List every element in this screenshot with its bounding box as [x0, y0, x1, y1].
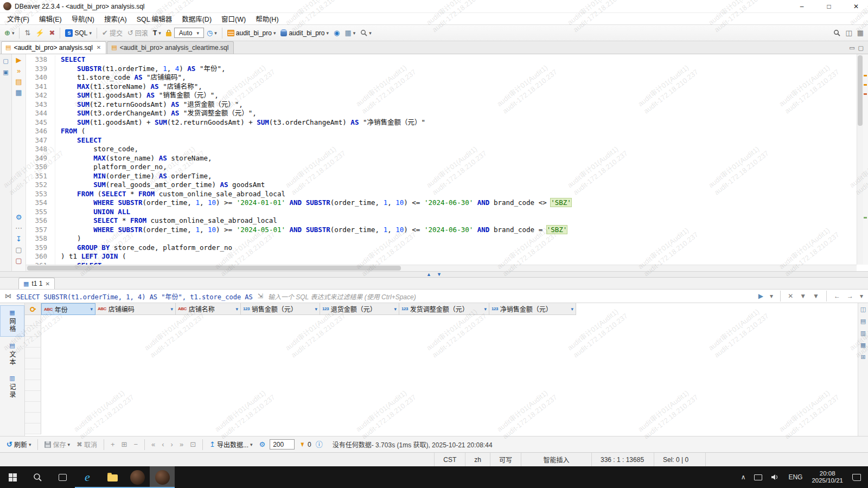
row-header[interactable] [25, 315, 41, 326]
menu-item[interactable]: 文件(F) [2, 12, 34, 25]
insert-mode-indicator[interactable]: 智能插入 [521, 453, 591, 466]
next-row-button[interactable]: › [169, 440, 175, 449]
row-header[interactable] [25, 402, 41, 413]
delete-row-button[interactable]: − [131, 440, 140, 449]
explain-plan-icon[interactable]: ▦ [15, 89, 22, 96]
quick-search-button[interactable] [831, 28, 843, 38]
file-explorer-button[interactable] [100, 466, 125, 488]
close-icon[interactable]: ✕ [45, 281, 49, 287]
export-data-button[interactable]: ↥ 导出数据... ▾ [207, 439, 254, 450]
refresh-button[interactable]: ↺ 刷新 ▾ [4, 439, 33, 450]
write-mode-indicator[interactable]: 可写 [490, 453, 521, 466]
internet-explorer-button[interactable]: e [75, 466, 100, 488]
column-sort-icon[interactable]: ▾ [484, 306, 487, 312]
prev-row-button[interactable]: ‹ [159, 440, 166, 449]
projects-restore-icon[interactable]: ▣ [3, 69, 8, 76]
close-button[interactable]: ✕ [844, 0, 868, 13]
row-header[interactable] [25, 391, 41, 402]
editor-results-splitter[interactable]: ▲ ▼ [0, 271, 868, 278]
cancel-button[interactable]: ✖ 取消 [74, 439, 99, 450]
reconnect-button[interactable]: ⚡ [33, 28, 46, 38]
column-sort-icon[interactable]: ▾ [571, 306, 573, 312]
column-sort-icon[interactable]: ▾ [394, 306, 397, 312]
schema-context-button[interactable]: ◉ [331, 28, 342, 38]
row-header[interactable] [25, 337, 41, 348]
result-grid[interactable]: ABC年份▾ABC店铺编码▾ABC店铺名称▾123销售金额（元）▾123退货金额… [25, 303, 858, 436]
column-header[interactable]: 123退货金额（元）▾ [320, 303, 399, 315]
hidden-icons-chevron[interactable]: ∧ [737, 466, 750, 488]
row-header[interactable] [25, 348, 41, 358]
disconnect-button[interactable]: ✖ [47, 28, 58, 38]
connection-combo[interactable]: audit_bi_pro ▾ [225, 28, 278, 38]
editor-horizontal-scrollbar[interactable] [26, 265, 857, 271]
fetch-size-input[interactable]: 200 [270, 439, 295, 450]
column-header[interactable]: ABC店铺编码▾ [95, 303, 176, 315]
caret-position-indicator[interactable]: 336 : 1 : 13685 [591, 453, 654, 466]
menu-item[interactable]: SQL 编辑器 [132, 12, 177, 25]
column-header[interactable]: 123发货调整金额（元）▾ [399, 303, 489, 315]
language-indicator[interactable]: zh [465, 453, 490, 466]
calc-panel-icon[interactable]: ▥ [860, 330, 866, 337]
grid-empty-area[interactable] [41, 315, 858, 434]
scrollbar-thumb[interactable] [27, 266, 401, 271]
filter-count-button[interactable]: ▼ 0 [297, 440, 314, 450]
scrollbar-thumb[interactable] [858, 55, 863, 126]
taskbar-search-button[interactable] [25, 466, 50, 488]
column-sort-icon[interactable]: ▾ [315, 306, 317, 312]
last-row-button[interactable]: » [177, 440, 186, 449]
database-combo[interactable]: audit_bi_pro ▾ [278, 28, 331, 38]
menu-item[interactable]: 窗口(W) [216, 12, 251, 25]
menu-item[interactable]: 帮助(H) [251, 12, 283, 25]
menu-item[interactable]: 数据库(D) [177, 12, 216, 25]
column-header[interactable]: 123销售金额（元）▾ [241, 303, 320, 315]
column-sort-icon[interactable]: ▾ [90, 306, 93, 312]
editor-vertical-scrollbar[interactable] [857, 54, 863, 265]
input-language-button[interactable]: ENG [784, 466, 806, 488]
open-perspective-button[interactable]: ◫ [843, 28, 854, 38]
history-back-icon[interactable]: ← [832, 292, 842, 300]
app-button-2[interactable] [150, 466, 175, 488]
grid-corner-cell[interactable] [25, 303, 41, 315]
save-button[interactable]: 保存 ▾ [42, 439, 72, 450]
column-header[interactable]: 123净销售金额（元）▾ [489, 303, 576, 315]
dashboard-button[interactable]: ▦ ▾ [342, 28, 358, 38]
apply-filter-icon[interactable]: ▶ [757, 292, 765, 300]
start-button[interactable] [0, 466, 25, 488]
focus-row-button[interactable]: ⊡ [188, 440, 198, 449]
execute-script-icon[interactable]: » [17, 67, 21, 74]
close-icon[interactable]: ✕ [97, 44, 101, 50]
value-viewer-panel-icon[interactable]: ▤ [860, 318, 866, 325]
column-sort-icon[interactable]: ▾ [235, 306, 238, 312]
script-doc2-icon[interactable]: ▢ [15, 257, 22, 264]
menu-item[interactable]: 导航(N) [67, 12, 99, 25]
minimize-view-button[interactable]: ▦ [855, 28, 866, 38]
row-header[interactable] [25, 423, 41, 434]
new-sql-editor-button[interactable]: S SQL ▾ [63, 28, 94, 38]
expand-filter-icon[interactable]: ⇲ [256, 292, 265, 300]
metadata-panel-icon[interactable]: ▦ [860, 342, 866, 349]
references-panel-icon[interactable]: ⊞ [860, 354, 865, 361]
sql-editor[interactable]: 338SELECT339 SUBSTR(t1.orderTime, 1, 4) … [26, 54, 868, 271]
rollback-button[interactable]: ↺ 回滚 [125, 27, 150, 39]
results-tab-t1[interactable]: ▦ t1 1 ✕ [18, 278, 55, 289]
duplicate-row-button[interactable]: ⊞ [119, 440, 130, 449]
data-search-button[interactable]: ▾ [358, 28, 374, 38]
commit-mode-combo[interactable]: Auto ▾ [174, 28, 204, 38]
taskbar-clock[interactable]: 20:08 2025/10/21 [807, 470, 847, 484]
editor-tab-analysis-cleartime[interactable]: ▤ <audit_bi_pro> analysis_cleartime.sql [107, 41, 234, 54]
notification-center-button[interactable] [848, 466, 865, 488]
column-header[interactable]: ABC店铺名称▾ [176, 303, 241, 315]
more-actions-icon[interactable]: ⋯ [15, 224, 22, 232]
task-view-button[interactable] [50, 466, 75, 488]
chevron-down-icon[interactable]: ▾ [858, 292, 865, 300]
lock-button[interactable] [164, 28, 174, 38]
result-view-tab-record[interactable]: ▥记录 [0, 371, 24, 402]
execute-statement-icon[interactable]: ▶ [16, 56, 22, 63]
row-header[interactable] [25, 358, 41, 369]
minimize-button[interactable]: – [790, 0, 814, 13]
first-row-button[interactable]: « [149, 440, 157, 449]
custom-filter-icon[interactable]: ▼ [811, 292, 821, 300]
editor-tab-analysis[interactable]: ▤ <audit_bi_pro> analysis.sql ✕ [1, 41, 106, 54]
script-doc-icon[interactable]: ▢ [15, 246, 22, 253]
result-view-tab-grid[interactable]: ▦网格 [0, 305, 24, 337]
